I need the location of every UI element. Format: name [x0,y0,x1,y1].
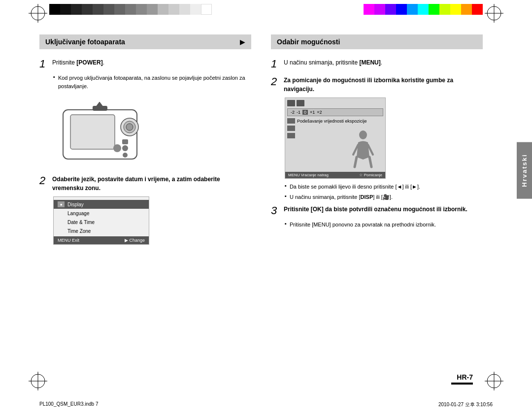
right-step3-text2: da biste potvrdili označenu mogućnost il… [324,206,467,213]
menu-items: ■ Display Language Date & Time Time [54,197,149,236]
camera-screen-mockup: -2 -1 0 +1 +2 Podešavanje vrijednosti ek… [285,97,386,179]
color-strip [364,4,483,15]
right-step3-key: [OK] [311,206,324,213]
svg-point-21 [113,144,121,152]
svg-point-20 [123,153,128,158]
reg-mark-top-left [29,4,47,23]
right-column: Odabir mogućnosti 1 U načinu snimanja, p… [266,34,483,385]
bullet-dot-right-3: ▪ [285,221,287,229]
bullet-dot-right-2: ▪ [285,193,287,201]
page-footer: PL100_QSM_EUR3.indb 7 2010-01-27 오후 3:10… [39,401,493,408]
page-number: HR-7 [451,373,473,381]
exposure-bar: -2 -1 0 +1 +2 [287,108,383,116]
timezone-icon [58,228,65,234]
screen-icon-2 [297,100,304,106]
camera-svg [53,95,147,168]
screen-menu-icon-2 [287,126,295,131]
right-bullet1-row: ▪ Da biste se pomakli lijevo ili desno p… [285,183,483,191]
menu-mockup: ■ Display Language Date & Time Time [53,196,149,245]
screen-footer: MENU Vraćanje natrag ☆ Pomicanje [285,172,385,178]
screen-menu-icon-1 [287,118,295,124]
person-silhouette [351,130,375,169]
right-step3-content: Pritisnite [OK] da biste potvrdili označ… [284,205,467,214]
svg-point-19 [122,145,128,151]
menu-footer-right: ▶ Change [125,238,145,243]
menu-display-label: Display [67,202,84,207]
right-bullet1: ▪ Da biste se pomakli lijevo ili desno p… [285,183,483,201]
sidebar-language-label: Hrvatski [517,142,532,198]
right-section-title: Odabir mogućnosti [277,38,340,46]
bullet-dot-right-1: ▪ [285,183,287,191]
screen-top-icons [285,98,385,107]
exposure-label: Podešavanje vrijednosti ekspozicije [297,119,367,124]
top-color-bar [0,0,532,19]
left-step1-key: [POWER] [76,59,102,66]
right-step2-text: Za pomicanje do mogućnosti ili izbornika… [284,77,453,93]
svg-point-16 [126,124,133,130]
left-step2-text: Odaberite jezik, postavite datum i vrije… [52,176,220,192]
right-step3-bullet-text: Pritisnite [MENU] ponovno za povratak na… [290,221,436,229]
right-bullet2-text: U načinu snimanja, pritisnite [DISP] ili… [290,193,393,201]
menu-item-display: ■ Display [54,200,149,209]
svg-rect-13 [70,115,115,149]
camera-illustration [53,95,251,170]
right-bullet2-row: ▪ U načinu snimanja, pritisnite [DISP] i… [285,193,483,201]
page-number-area: HR-7 [451,373,473,385]
right-step1-key: [MENU] [359,59,380,66]
exposure-plus2: +2 [317,110,322,115]
main-content: Uključivanje fotoaparata ▶ 1 Pritisnite … [39,34,483,385]
screen-icon-1 [287,100,295,106]
screen-menu-row1: Podešavanje vrijednosti ekspozicije [285,117,385,125]
left-step1: 1 Pritisnite [POWER]. [39,58,251,70]
left-column: Uključivanje fotoaparata ▶ 1 Pritisnite … [39,34,256,385]
exposure-plus1: +1 [310,110,315,115]
right-step1-number: 1 [271,58,280,70]
left-section-title: Uključivanje fotoaparata [45,38,240,46]
menu-item-datetime: Date & Time [54,218,149,226]
svg-point-22 [359,130,367,139]
right-step2-content: Za pomicanje do mogućnosti ili izbornika… [284,76,483,94]
right-step1-text: U načinu snimanja, pritisnite [284,59,359,66]
right-step3-number: 3 [271,205,280,217]
left-section-header: Uključivanje fotoaparata ▶ [39,34,251,49]
left-step2: 2 Odaberite jezik, postavite datum i vri… [39,175,251,193]
right-bullet1-text: Da biste se pomakli lijevo ili desno pri… [290,183,420,191]
menu-footer: MENU Exit ▶ Change [54,236,149,244]
left-step1-content: Pritisnite [POWER]. [52,58,104,67]
screen-menu-icon-3 [287,133,295,138]
reg-mark-bottom-right [485,372,503,390]
footer-right-text: 2010-01-27 오후 3:10:56 [438,401,493,408]
menu-footer-left: MENU Exit [58,238,79,243]
left-step1-bullet-text: Kod prvog uključivanja fotoaparata, na z… [58,74,251,90]
right-section-header: Odabir mogućnosti [271,34,483,49]
menu-item-timezone: Time Zone [54,226,149,235]
bullet-dot-1: ▪ [53,74,55,90]
screen-footer-right: ☆ Pomicanje [359,173,382,177]
right-step3-text: Pritisnite [284,206,311,213]
menu-datetime-label: Date & Time [67,220,95,225]
reg-mark-top-right [485,4,503,23]
exposure-zero: 0 [302,110,308,115]
exposure-minus: -2 [291,110,295,115]
footer-left-text: PL100_QSM_EUR3.indb 7 [39,401,99,408]
left-step1-period: . [103,59,104,66]
menu-timezone-label: Time Zone [67,228,91,234]
right-step2-number: 2 [271,76,280,88]
datetime-icon [58,219,65,225]
svg-rect-18 [122,139,128,144]
left-step1-bullet: ▪ Kod prvog uključivanja fotoaparata, na… [53,74,251,90]
right-step1: 1 U načinu snimanja, pritisnite [MENU]. [271,58,483,70]
screen-footer-left: MENU Vraćanje natrag [288,173,329,177]
exposure-minus1: -1 [297,110,300,115]
left-step1-number: 1 [39,58,48,70]
grayscale-strip [49,4,212,15]
menu-item-language: Language [54,209,149,218]
left-step2-number: 2 [39,175,48,187]
right-step2: 2 Za pomicanje do mogućnosti ili izborni… [271,76,483,94]
right-step3-bullet: ▪ Pritisnite [MENU] ponovno za povratak … [285,221,483,229]
menu-language-label: Language [67,211,90,216]
left-step2-content: Odaberite jezik, postavite datum i vrije… [52,175,251,193]
language-icon [58,210,65,216]
display-icon: ■ [58,201,65,207]
right-step3: 3 Pritisnite [OK] da biste potvrdili ozn… [271,205,483,217]
